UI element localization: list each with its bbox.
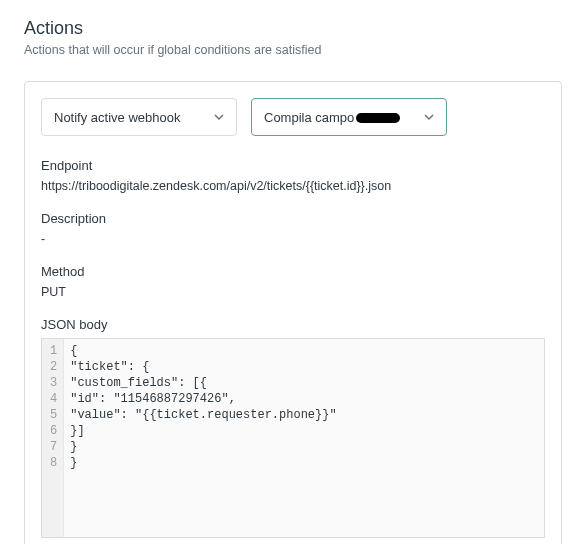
action-target-text: Compila campo [264, 110, 354, 125]
description-field: Description - [41, 211, 545, 246]
action-target-select[interactable]: Compila campo [251, 98, 447, 136]
selects-row: Notify active webhook Compila campo [41, 98, 545, 136]
method-label: Method [41, 264, 545, 279]
code-content: { "ticket": { "custom_fields": [{ "id": … [64, 339, 544, 537]
page-subtitle: Actions that will occur if global condit… [24, 43, 562, 57]
chevron-down-icon [424, 110, 434, 125]
endpoint-label: Endpoint [41, 158, 545, 173]
actions-panel: Notify active webhook Compila campo Endp… [24, 81, 562, 544]
action-type-select[interactable]: Notify active webhook [41, 98, 237, 136]
chevron-down-icon [214, 110, 224, 125]
action-target-value: Compila campo [264, 110, 400, 125]
method-field: Method PUT [41, 264, 545, 299]
description-label: Description [41, 211, 545, 226]
json-body-editor[interactable]: 12345678 { "ticket": { "custom_fields": … [41, 338, 545, 538]
json-body-label: JSON body [41, 317, 545, 332]
action-type-value: Notify active webhook [54, 110, 180, 125]
page-title: Actions [24, 18, 562, 39]
endpoint-value: https://triboodigitale.zendesk.com/api/v… [41, 179, 545, 193]
code-gutter: 12345678 [42, 339, 64, 537]
redacted-text [356, 113, 400, 123]
json-body-field: JSON body 12345678 { "ticket": { "custom… [41, 317, 545, 538]
endpoint-field: Endpoint https://triboodigitale.zendesk.… [41, 158, 545, 193]
method-value: PUT [41, 285, 545, 299]
description-value: - [41, 232, 545, 246]
